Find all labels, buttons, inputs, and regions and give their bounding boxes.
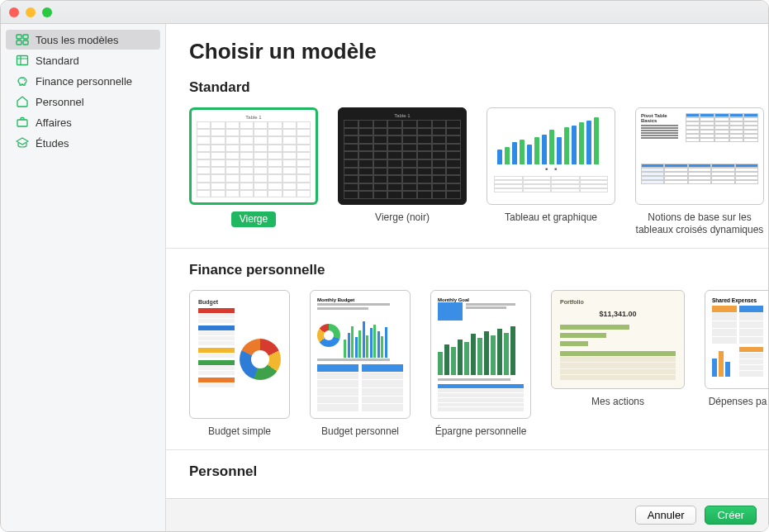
thumb-caption: Table 1 xyxy=(344,113,461,118)
thumb-caption: Budget xyxy=(198,299,281,305)
template-row-standard: Table 1 xyxy=(189,107,768,243)
briefcase-icon xyxy=(16,116,29,129)
template-simple-budget[interactable]: Budget xyxy=(189,290,290,438)
template-pivot-basics[interactable]: Pivot Table Basics xyxy=(635,107,764,236)
grid-icon xyxy=(16,33,29,46)
template-thumbnail: Pivot Table Basics xyxy=(635,107,764,205)
template-personal-budget[interactable]: Monthly Budget xyxy=(310,290,411,438)
section-title-personnel: Personnel xyxy=(189,463,768,480)
sidebar-item-business[interactable]: Affaires xyxy=(6,112,160,132)
footer: Annuler Créer xyxy=(166,498,768,531)
template-label: Budget simple xyxy=(208,425,271,438)
template-thumbnail xyxy=(487,107,615,205)
section-title-finance: Finance personnelle xyxy=(189,262,768,278)
template-label: Mes actions xyxy=(591,396,644,408)
cancel-button[interactable]: Annuler xyxy=(635,506,697,525)
thumb-caption: Table 1 xyxy=(197,115,311,120)
titlebar xyxy=(1,1,768,24)
template-thumbnail: Table 1 xyxy=(189,107,318,205)
template-row-finance: Budget xyxy=(189,290,768,444)
piggybank-icon xyxy=(16,74,29,88)
create-button[interactable]: Créer xyxy=(705,506,757,525)
template-label: Dépenses pa xyxy=(709,396,767,408)
template-thumbnail: Monthly Goal xyxy=(430,290,531,419)
thumb-caption: Pivot Table Basics xyxy=(641,113,682,123)
template-table-chart[interactable]: Tableau et graphique xyxy=(487,107,615,236)
sidebar-item-standard[interactable]: Standard xyxy=(6,50,160,70)
table-icon xyxy=(16,54,29,67)
template-label: Budget personnel xyxy=(321,425,399,438)
sidebar-item-label: Études xyxy=(36,137,69,150)
template-shared-expenses[interactable]: Shared Expenses xyxy=(705,290,768,438)
template-label: Tableau et graphique xyxy=(505,211,597,224)
svg-rect-2 xyxy=(17,40,21,45)
template-blank-dark[interactable]: Table 1 xyxy=(338,107,467,236)
template-thumbnail: Shared Expenses xyxy=(705,290,768,389)
template-thumbnail: Monthly Budget xyxy=(310,290,411,419)
thumb-caption: Monthly Budget xyxy=(317,297,403,302)
thumb-caption: Shared Expenses xyxy=(712,297,763,303)
sidebar-item-label: Standard xyxy=(36,55,79,67)
main-content: Choisir un modèle Standard Table 1 xyxy=(166,24,768,531)
template-label: Vierge (noir) xyxy=(375,211,430,224)
template-my-stocks[interactable]: Portfolio $11,341.00 Mes actions xyxy=(551,290,685,438)
svg-rect-3 xyxy=(23,40,28,45)
template-blank[interactable]: Table 1 xyxy=(189,107,318,236)
sidebar-item-all-templates[interactable]: Tous les modèles xyxy=(6,30,160,50)
section-title-standard: Standard xyxy=(189,79,768,96)
svg-rect-4 xyxy=(17,56,28,65)
page-title: Choisir un modèle xyxy=(189,39,768,64)
sidebar-item-label: Affaires xyxy=(36,116,72,129)
sidebar-item-personal-finance[interactable]: Finance personnelle xyxy=(6,71,160,91)
template-thumbnail: Budget xyxy=(189,290,290,419)
window-minimize-button[interactable] xyxy=(26,7,36,17)
template-personal-savings[interactable]: Monthly Goal xyxy=(430,290,531,438)
template-label: Notions de base sur les tableaux croisés… xyxy=(635,211,764,236)
sidebar: Tous les modèles Standard Finance person… xyxy=(1,24,166,531)
sidebar-item-label: Finance personnelle xyxy=(36,75,132,88)
window-zoom-button[interactable] xyxy=(42,7,52,17)
house-icon xyxy=(16,95,29,108)
svg-rect-0 xyxy=(17,35,21,39)
template-label: Vierge xyxy=(231,211,276,227)
sidebar-item-education[interactable]: Études xyxy=(6,133,160,153)
window-close-button[interactable] xyxy=(9,7,19,17)
graduation-cap-icon xyxy=(16,136,29,150)
sidebar-item-label: Tous les modèles xyxy=(36,34,118,46)
svg-point-7 xyxy=(24,79,26,81)
template-thumbnail: Portfolio $11,341.00 xyxy=(551,290,685,389)
sidebar-item-personal[interactable]: Personnel xyxy=(6,92,160,112)
template-label: Épargne personnelle xyxy=(435,425,527,438)
sidebar-item-label: Personnel xyxy=(36,96,84,108)
svg-rect-1 xyxy=(23,35,28,39)
template-thumbnail: Table 1 xyxy=(338,107,467,205)
portfolio-amount: $11,341.00 xyxy=(560,310,676,318)
svg-rect-8 xyxy=(17,120,27,126)
thumb-caption: Portfolio xyxy=(560,299,676,305)
